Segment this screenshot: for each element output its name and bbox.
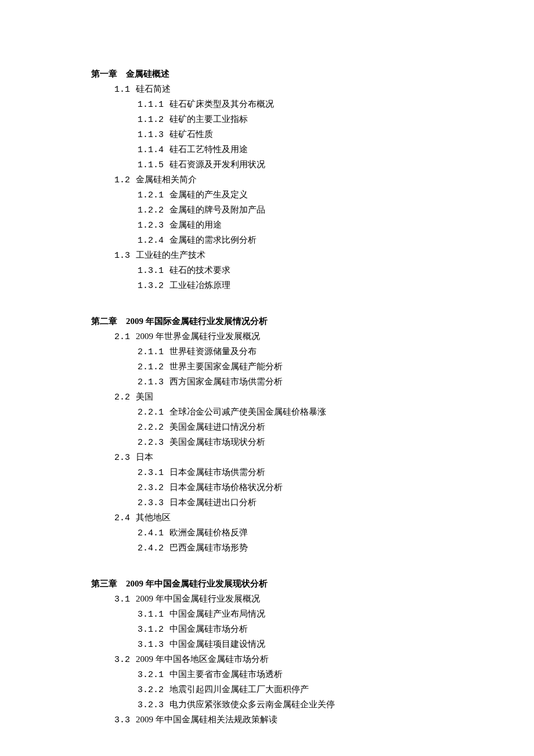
chapter-block: 第一章 金属硅概述1.1硅石简述1.1.1硅石矿床类型及其分布概况1.1.2硅矿… <box>91 67 479 293</box>
subsection-line: 2.4.2巴西金属硅市场形势 <box>138 541 479 556</box>
subsection-line: 2.2.1全球冶金公司减产使美国金属硅价格暴涨 <box>138 405 479 420</box>
section-title: 2009 年中国各地区金属硅市场分析 <box>136 654 269 664</box>
subsection-number: 2.3.3 <box>138 498 164 508</box>
subsection-line: 3.1.2中国金属硅市场分析 <box>138 622 479 637</box>
section-title: 2009 年世界金属硅行业发展概况 <box>136 332 260 341</box>
subsection-title: 金属硅的需求比例分析 <box>169 235 257 244</box>
section-number: 2.3 <box>114 453 130 463</box>
subsection-title: 硅石资源及开发利用状况 <box>169 160 265 169</box>
section-line: 3.12009 年中国金属硅行业发展概况 <box>114 592 479 607</box>
subsection-line: 1.3.1硅石的技术要求 <box>138 263 479 278</box>
subsection-number: 2.4.2 <box>138 543 164 553</box>
subsection-number: 1.2.1 <box>138 190 164 200</box>
subsection-title: 金属硅的用途 <box>169 220 222 229</box>
subsection-number: 3.2.3 <box>138 700 164 710</box>
subsection-number: 1.2.4 <box>138 236 164 246</box>
section-number: 3.2 <box>114 655 130 665</box>
section-title: 美国 <box>136 392 153 401</box>
section-line: 3.32009 年中国金属硅相关法规政策解读 <box>114 712 479 728</box>
subsection-number: 3.1.3 <box>138 640 164 650</box>
subsection-number: 3.2.1 <box>138 670 164 680</box>
subsection-title: 中国主要省市金属硅市场透析 <box>169 669 283 679</box>
chapter-block: 第二章 2009 年国际金属硅行业发展情况分析2.12009 年世界金属硅行业发… <box>91 314 479 556</box>
document-page: 第一章 金属硅概述1.1硅石简述1.1.1硅石矿床类型及其分布概况1.1.2硅矿… <box>0 0 534 756</box>
subsection-title: 巴西金属硅市场形势 <box>169 543 248 552</box>
subsection-title: 中国金属硅项目建设情况 <box>169 639 265 649</box>
section-number: 1.2 <box>114 175 130 185</box>
subsection-line: 1.1.3硅矿石性质 <box>138 127 479 142</box>
subsection-line: 1.2.2金属硅的牌号及附加产品 <box>138 203 479 218</box>
section-title: 日本 <box>136 452 153 462</box>
subsection-line: 3.2.3电力供应紧张致使众多云南金属硅企业关停 <box>138 697 479 712</box>
subsection-line: 2.3.2日本金属硅市场价格状况分析 <box>138 480 479 495</box>
section-line: 3.22009 年中国各地区金属硅市场分析 <box>114 652 479 667</box>
subsection-title: 硅石的技术要求 <box>169 265 230 275</box>
subsection-line: 2.3.1日本金属硅市场供需分析 <box>138 465 479 480</box>
subsection-line: 3.1.3中国金属硅项目建设情况 <box>138 637 479 652</box>
subsection-title: 欧洲金属硅价格反弹 <box>169 528 248 537</box>
subsection-number: 2.1.3 <box>138 377 164 387</box>
subsection-number: 3.2.2 <box>138 685 164 695</box>
section-title: 工业硅的生产技术 <box>136 250 205 260</box>
subsection-number: 2.2.1 <box>138 408 164 417</box>
subsection-number: 1.1.1 <box>138 100 164 110</box>
section-number: 3.3 <box>114 715 130 725</box>
subsection-title: 美国金属硅进口情况分析 <box>169 422 265 431</box>
subsection-number: 2.2.2 <box>138 423 164 433</box>
section-line: 1.1硅石简述 <box>114 82 479 97</box>
subsection-line: 2.1.3西方国家金属硅市场供需分析 <box>138 375 479 390</box>
section-line: 2.4其他地区 <box>114 510 479 525</box>
subsection-title: 中国金属硅市场分析 <box>169 624 248 633</box>
subsection-title: 金属硅的产生及定义 <box>169 190 248 199</box>
section-number: 2.2 <box>114 393 130 402</box>
section-title: 2009 年中国金属硅相关法规政策解读 <box>136 715 277 724</box>
subsection-line: 1.1.1硅石矿床类型及其分布概况 <box>138 97 479 112</box>
subsection-number: 1.2.2 <box>138 206 164 215</box>
subsection-title: 硅石工艺特性及用途 <box>169 145 248 154</box>
subsection-line: 1.2.1金属硅的产生及定义 <box>138 188 479 203</box>
subsection-number: 2.1.2 <box>138 362 164 372</box>
subsection-number: 1.3.2 <box>138 281 164 291</box>
subsection-line: 1.1.2硅矿的主要工业指标 <box>138 112 479 127</box>
section-title: 金属硅相关简介 <box>136 175 197 184</box>
subsection-title: 日本金属硅市场价格状况分析 <box>169 483 283 492</box>
subsection-title: 电力供应紧张致使众多云南金属硅企业关停 <box>169 700 335 709</box>
chapter-block: 第三章 2009 年中国金属硅行业发展现状分析3.12009 年中国金属硅行业发… <box>91 577 479 728</box>
chapter-title: 第二章 2009 年国际金属硅行业发展情况分析 <box>91 314 479 328</box>
subsection-number: 1.2.3 <box>138 221 164 231</box>
section-title: 硅石简述 <box>136 84 171 93</box>
section-line: 1.2金属硅相关简介 <box>114 172 479 188</box>
subsection-title: 地震引起四川金属硅工厂大面积停产 <box>169 685 309 694</box>
subsection-line: 3.2.2地震引起四川金属硅工厂大面积停产 <box>138 682 479 697</box>
section-number: 2.4 <box>114 513 130 523</box>
subsection-line: 3.1.1中国金属硅产业布局情况 <box>138 607 479 622</box>
subsection-number: 2.3.2 <box>138 483 164 493</box>
subsection-number: 2.1.1 <box>138 347 164 357</box>
subsection-title: 工业硅冶炼原理 <box>169 280 230 290</box>
subsection-number: 1.3.1 <box>138 266 164 276</box>
section-number: 2.1 <box>114 332 130 342</box>
subsection-title: 硅矿石性质 <box>169 129 213 139</box>
chapter-title: 第一章 金属硅概述 <box>91 67 479 81</box>
section-number: 3.1 <box>114 595 130 604</box>
section-line: 1.3工业硅的生产技术 <box>114 248 479 263</box>
subsection-title: 日本金属硅进出口分析 <box>169 498 257 507</box>
subsection-title: 全球冶金公司减产使美国金属硅价格暴涨 <box>169 407 326 416</box>
chapter-title: 第三章 2009 年中国金属硅行业发展现状分析 <box>91 577 479 591</box>
subsection-line: 1.1.4硅石工艺特性及用途 <box>138 142 479 157</box>
subsection-line: 2.3.3日本金属硅进出口分析 <box>138 495 479 510</box>
subsection-number: 1.1.3 <box>138 130 164 140</box>
subsection-title: 西方国家金属硅市场供需分析 <box>169 377 283 386</box>
subsection-number: 2.4.1 <box>138 528 164 538</box>
subsection-title: 世界主要国家金属硅产能分析 <box>169 362 283 371</box>
subsection-number: 1.1.2 <box>138 115 164 125</box>
subsection-number: 3.1.1 <box>138 610 164 620</box>
subsection-title: 中国金属硅产业布局情况 <box>169 609 265 618</box>
subsection-title: 硅石矿床类型及其分布概况 <box>169 99 274 109</box>
subsection-line: 2.1.1世界硅资源储量及分布 <box>138 344 479 359</box>
section-line: 2.12009 年世界金属硅行业发展概况 <box>114 329 479 344</box>
subsection-number: 2.2.3 <box>138 438 164 448</box>
subsection-line: 2.2.2美国金属硅进口情况分析 <box>138 420 479 435</box>
section-title: 2009 年中国金属硅行业发展概况 <box>136 594 260 603</box>
subsection-title: 硅矿的主要工业指标 <box>169 114 248 124</box>
